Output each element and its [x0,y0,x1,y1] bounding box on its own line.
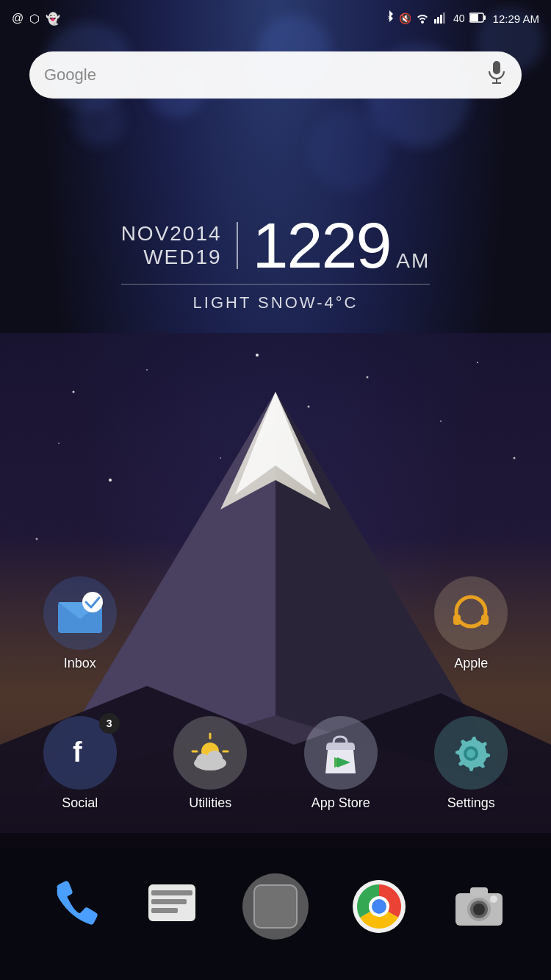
google-search-logo: Google [44,65,486,85]
svg-point-5 [477,362,478,363]
svg-point-1 [73,391,75,393]
dock [0,833,551,980]
app-utilities[interactable]: Utilities [145,716,276,811]
dock-home-button[interactable] [242,873,309,940]
signal-icon [434,12,449,26]
time-display: 12:29 AM [493,12,539,25]
at-icon: @ [12,12,24,25]
app-settings[interactable]: Settings [406,716,537,811]
app-apple[interactable]: Apple [406,576,537,671]
status-right-icons: 🔇 40 12:29 AM [384,10,539,27]
svg-rect-22 [440,15,442,24]
svg-rect-20 [434,19,436,24]
svg-rect-34 [481,615,489,625]
svg-point-60 [473,904,485,915]
svg-point-55 [372,899,386,914]
status-bar: @ ⬡ 👻 🔇 40 12:29 AM [0,0,551,37]
clock-day: WED19 [121,246,222,269]
svg-text:f: f [73,737,82,768]
svg-point-11 [220,457,221,459]
svg-point-9 [109,479,112,482]
status-left-icons: @ ⬡ 👻 [12,12,60,26]
weather-display: LIGHT SNOW-4°C [193,293,359,312]
svg-point-6 [58,443,60,444]
svg-rect-27 [493,61,500,74]
dock-camera[interactable] [450,877,508,936]
clock-month-year: NOV2014 [121,222,222,246]
svg-point-12 [36,538,38,540]
dock-messages[interactable] [143,877,201,936]
svg-point-4 [367,376,369,379]
app-store[interactable]: App Store [276,716,406,811]
battery-level: 40 [453,12,465,24]
mute-icon: 🔇 [399,10,411,27]
svg-rect-50 [151,890,192,895]
svg-rect-33 [453,615,461,625]
utilities-label: Utilities [189,795,231,811]
bokeh-7 [309,110,389,191]
snapchat-icon: 👻 [46,12,60,26]
settings-label: Settings [447,795,495,811]
messenger-icon: ⬡ [29,12,40,26]
svg-rect-21 [437,17,439,24]
clock-separator [121,284,430,285]
svg-point-3 [256,354,259,357]
social-label: Social [62,795,98,811]
svg-point-48 [467,749,475,758]
app-social[interactable]: f 3 Social [15,716,145,811]
google-search-bar[interactable]: Google [29,51,522,99]
svg-point-61 [490,895,497,903]
clock-hour: 1229 [253,213,391,278]
svg-point-8 [440,421,442,422]
bokeh-6 [73,96,125,147]
svg-rect-25 [483,15,486,20]
svg-point-7 [308,406,310,408]
bluetooth-icon [384,10,395,27]
battery-icon [469,12,486,25]
svg-rect-51 [151,899,187,904]
svg-rect-52 [151,908,178,913]
dock-chrome[interactable] [350,877,408,936]
clock-ampm: AM [396,249,430,273]
svg-rect-23 [443,12,445,24]
wifi-icon [415,12,430,26]
social-badge: 3 [99,713,120,734]
svg-rect-26 [470,14,478,21]
svg-point-2 [146,369,148,371]
inbox-label: Inbox [64,656,96,671]
svg-point-10 [514,457,516,459]
svg-point-44 [194,756,226,770]
microphone-icon[interactable] [486,61,507,89]
appstore-label: App Store [311,795,370,811]
clock-widget: NOV2014 WED19 1229 AM LIGHT SNOW-4°C [0,213,551,312]
app-inbox[interactable]: Inbox [15,576,145,671]
svg-text:🔇: 🔇 [399,12,411,25]
svg-rect-57 [470,887,488,896]
home-button-inner [253,884,298,929]
apple-label: Apple [454,656,488,671]
dock-phone[interactable] [43,877,101,936]
